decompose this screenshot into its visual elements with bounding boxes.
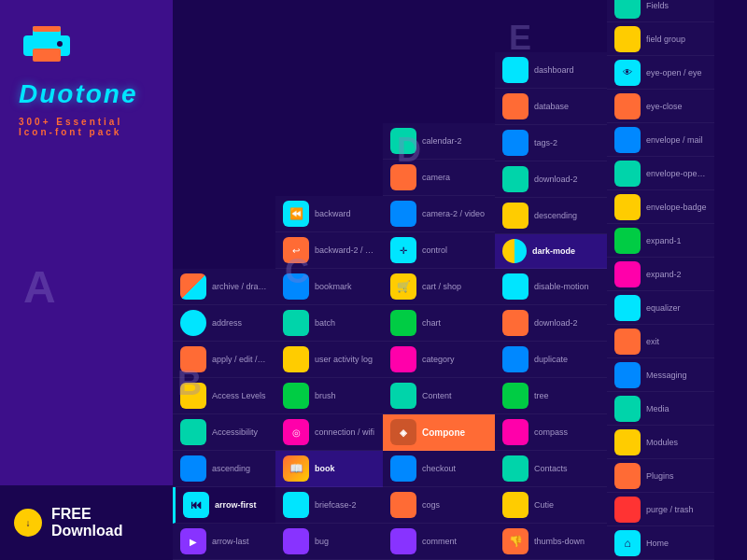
icon-cell-contacts[interactable]: Contacts: [495, 451, 607, 487]
thumbs-down-icon: 👎: [502, 528, 529, 554]
icon-cell-bug[interactable]: bug: [275, 524, 383, 560]
icon-cell-envelope[interactable]: envelope / mail: [607, 123, 714, 157]
icon-cell-chart[interactable]: chart: [383, 305, 495, 342]
duplicate-icon: [502, 346, 529, 372]
compass-icon: [502, 419, 529, 445]
equalizer-icon: [614, 295, 641, 321]
icon-cell-compass[interactable]: compass: [495, 414, 607, 451]
compone-icon: ◈: [390, 419, 416, 445]
icon-cell-wifi[interactable]: ◎ connection / wifi: [275, 414, 383, 451]
exit-icon: [614, 329, 641, 355]
icon-cell-equalizer[interactable]: equalizer: [607, 291, 714, 325]
icon-cell-dark-mode[interactable]: dark-mode: [495, 234, 607, 269]
free-download-area[interactable]: ↓ FREE Download: [0, 485, 173, 560]
icon-cell-field-group[interactable]: field group: [607, 22, 714, 56]
eye-close-icon: [614, 93, 641, 119]
icons-area: B C D E archive / drawer-2 address apply…: [173, 0, 747, 560]
icon-cell-expand1[interactable]: expand-1: [607, 224, 714, 258]
icon-cell-archive[interactable]: archive / drawer-2: [173, 269, 275, 305]
archive-icon: [180, 273, 206, 300]
icon-cell-envelope-opened[interactable]: envelope-opened: [607, 157, 714, 190]
icon-cell-media[interactable]: Media: [607, 392, 714, 426]
download2-d-icon: [502, 166, 529, 192]
icon-cell-content[interactable]: Content: [383, 378, 495, 414]
icon-cell-cart[interactable]: 🛒 cart / shop: [383, 269, 495, 305]
section-label-c: C: [285, 252, 309, 291]
icon-cell-brush[interactable]: brush: [275, 378, 383, 414]
cogs-icon: [390, 492, 416, 518]
icon-cell-user-activity[interactable]: user activity log: [275, 342, 383, 378]
comment-icon: [390, 528, 416, 554]
icon-cell-cutie[interactable]: Cutie: [495, 487, 607, 524]
icon-cell-disable-motion[interactable]: disable-motion: [495, 269, 607, 305]
tags-icon: [502, 130, 529, 156]
icon-cell-modules[interactable]: Modules: [607, 426, 714, 459]
icon-cell-tree[interactable]: tree: [495, 378, 607, 414]
modules-icon: [614, 429, 641, 455]
brand-title: Duotone: [19, 79, 154, 109]
icon-cell-envelope-badge[interactable]: envelope-badge: [607, 190, 714, 224]
arrow-first-icon: ⏮: [183, 492, 209, 518]
column-d: dashboard database tags-2 download-2 des…: [495, 0, 607, 560]
envelope-badge-icon: [614, 194, 641, 220]
icon-cell-exit-d[interactable]: download-2: [495, 305, 607, 342]
icon-cell-comment[interactable]: comment: [383, 524, 495, 560]
icon-cell-ascending[interactable]: ascending: [173, 451, 275, 487]
icon-cell-book[interactable]: 📖 book: [275, 451, 383, 487]
backward-icon: ⏪: [283, 201, 309, 227]
icon-cell-exit[interactable]: exit: [607, 325, 714, 358]
icon-cell-home[interactable]: ⌂ Home: [607, 526, 714, 560]
fields-icon: [614, 0, 641, 19]
icon-cell-messaging[interactable]: Messaging: [607, 358, 714, 392]
section-label-d: D: [397, 131, 421, 170]
book-icon: 📖: [283, 455, 309, 482]
icon-cell-eye-open[interactable]: 👁 eye-open / eye: [607, 56, 714, 90]
brand-subtitle: 300+ Essential Icon-font pack: [19, 117, 154, 137]
icon-cell-fields[interactable]: Fields: [607, 0, 714, 22]
icon-cell-database[interactable]: database: [495, 89, 607, 125]
icon-cell-purge[interactable]: purge / trash: [607, 493, 714, 526]
exit-d-icon: [502, 310, 529, 336]
columns-wrapper: archive / drawer-2 address apply / edit …: [173, 0, 747, 560]
accessibility-icon: [180, 419, 206, 445]
icon-cell-duplicate[interactable]: duplicate: [495, 342, 607, 378]
icon-cell-eye-close[interactable]: eye-close: [607, 90, 714, 123]
cart-icon: 🛒: [390, 273, 416, 300]
icon-cell-plugins[interactable]: Plugins: [607, 459, 714, 493]
free-download-text: FREE Download: [51, 506, 159, 539]
messaging-icon: [614, 362, 641, 388]
icon-cell-arrow-first[interactable]: ⏮ arrow-first: [173, 487, 275, 524]
icon-cell-arrow-last[interactable]: ▶ arrow-last: [173, 524, 275, 560]
home-icon: ⌂: [614, 530, 641, 556]
section-label-b: B: [177, 364, 202, 403]
icon-cell-tags[interactable]: tags-2: [495, 125, 607, 161]
icon-cell-batch[interactable]: batch: [275, 305, 383, 342]
cutie-icon: [502, 492, 529, 518]
icon-cell-backward[interactable]: ⏪ backward: [275, 196, 383, 232]
icon-cell-download2-d[interactable]: download-2: [495, 161, 607, 198]
icon-cell-expand2[interactable]: expand-2: [607, 258, 714, 291]
envelope-opened-icon: [614, 161, 641, 187]
icon-cell-compone[interactable]: ◈ Compone: [383, 414, 495, 451]
column-a: archive / drawer-2 address apply / edit …: [173, 0, 275, 560]
icon-cell-briefcase[interactable]: briefcase-2: [275, 487, 383, 524]
checkout-icon: [390, 455, 416, 482]
plugins-icon: [614, 463, 641, 489]
icon-cell-control[interactable]: ✛ control: [383, 232, 495, 269]
database-icon: [502, 93, 529, 119]
icon-cell-thumbs-down[interactable]: 👎 thumbs-down: [495, 524, 607, 560]
icon-cell-descending[interactable]: descending: [495, 198, 607, 234]
wifi-icon: ◎: [283, 419, 309, 445]
left-panel: Duotone 300+ Essential Icon-font pack A …: [0, 0, 173, 560]
expand2-icon: [614, 261, 641, 287]
icon-cell-camera2[interactable]: camera-2 / video: [383, 196, 495, 232]
main-container: Duotone 300+ Essential Icon-font pack A …: [0, 0, 747, 560]
icon-cell-address[interactable]: address: [173, 305, 275, 342]
column-e: feed file file-add / file-plus file-chec…: [607, 0, 714, 560]
envelope-icon: [614, 127, 641, 153]
icon-cell-accessibility[interactable]: Accessibility: [173, 414, 275, 451]
icon-cell-checkout[interactable]: checkout: [383, 451, 495, 487]
category-icon: [390, 346, 416, 372]
icon-cell-category[interactable]: category: [383, 342, 495, 378]
icon-cell-cogs[interactable]: cogs: [383, 487, 495, 524]
